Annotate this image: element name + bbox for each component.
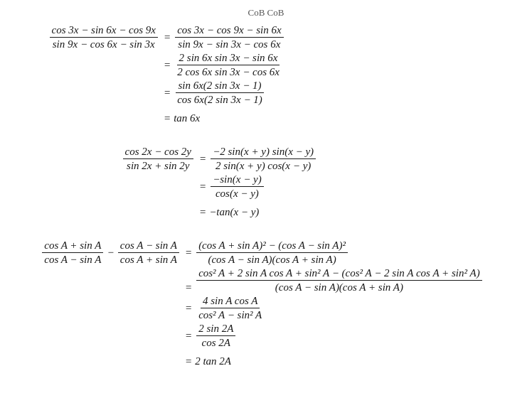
rhs-1-line-1: = cos 3x − cos 9x − sin 6x sin 9x − sin …: [164, 24, 285, 50]
rhs-3-line-1: = (cos A + sin A)² − (cos A − sin A)² (c…: [185, 239, 349, 266]
rhs-num-3-2: cos² A + 2 sin A cos A + sin² A − (cos² …: [196, 267, 482, 281]
lhs-minus-3: −: [107, 247, 113, 259]
rhs-num-1-2: 2 sin 6x sin 3x − sin 6x: [177, 52, 280, 65]
rhs-3: = (cos A + sin A)² − (cos A − sin A)² (c…: [185, 239, 484, 373]
eq-2-3: =: [199, 206, 206, 218]
lhs-num-1: cos 3x − sin 6x − cos 9x: [50, 24, 158, 38]
rhs-2-line-1: = −2 sin(x + y) sin(x − y) 2 sin(x + y) …: [199, 146, 317, 172]
lhs-frac-2: cos 2x − cos 2y sin 2x + sin 2y: [123, 146, 193, 172]
top-bar: CoB CoB: [14, 7, 518, 18]
page-container: CoB CoB cos 3x − sin 6x − cos 9x sin 9x …: [14, 7, 518, 373]
rhs-3-line-4: = 2 sin 2A cos 2A: [185, 323, 237, 349]
rhs-den-1-2: 2 cos 6x sin 3x − cos 6x: [175, 65, 282, 78]
top-bar-text: CoB CoB: [248, 7, 284, 18]
lhs-3: cos A + sin A cos A − sin A − cos A − si…: [14, 239, 185, 266]
lhs-frac-3-1: cos A + sin A cos A − sin A: [42, 239, 103, 266]
rhs-num-3-3: 4 sin A cos A: [201, 295, 260, 308]
eq-2-2: =: [199, 181, 206, 193]
rhs-plain-2-3: −tan(x − y): [209, 206, 259, 218]
eq-1-2: =: [164, 59, 171, 71]
rhs-2-line-2: = −sin(x − y) cos(x − y): [199, 173, 265, 200]
rhs-den-1-3: cos 6x(2 sin 3x − 1): [175, 93, 265, 106]
rhs-1-line-2: = 2 sin 6x sin 3x − sin 6x 2 cos 6x sin …: [164, 52, 283, 78]
rhs-den-2-1: 2 sin(x + y) cos(x − y): [213, 159, 313, 172]
lhs-frac-3-2: cos A − sin A cos A + sin A: [118, 239, 179, 266]
rhs-plain-3-5: 2 tan 2A: [195, 355, 231, 367]
math-block-3: cos A + sin A cos A − sin A − cos A − si…: [14, 239, 518, 373]
rhs-den-3-3: cos² A − sin² A: [196, 308, 264, 321]
rhs-den-1-1: sin 9x − sin 3x − cos 6x: [176, 38, 282, 50]
rhs-1: = cos 3x − cos 9x − sin 6x sin 9x − sin …: [164, 24, 285, 130]
rhs-1-line-3: = sin 6x(2 sin 3x − 1) cos 6x(2 sin 3x −…: [164, 80, 266, 106]
eq-3-1: =: [185, 247, 192, 259]
eq-3-3: =: [185, 302, 192, 314]
rhs-frac-1-1: cos 3x − cos 9x − sin 6x sin 9x − sin 3x…: [175, 24, 283, 50]
rhs-num-3-1: (cos A + sin A)² − (cos A − sin A)²: [196, 239, 348, 253]
rhs-3-line-5: = 2 tan 2A: [185, 350, 231, 372]
eq-1-4: =: [164, 112, 171, 124]
eq-3-4: =: [185, 330, 192, 342]
rhs-frac-2-1: −2 sin(x + y) sin(x − y) 2 sin(x + y) co…: [211, 146, 316, 172]
lhs-den-3-2: cos A + sin A: [118, 253, 179, 266]
rhs-2: = −2 sin(x + y) sin(x − y) 2 sin(x + y) …: [199, 146, 317, 224]
rhs-frac-3-4: 2 sin 2A cos 2A: [196, 323, 235, 349]
rhs-frac-2-2: −sin(x − y) cos(x − y): [211, 173, 264, 200]
rhs-frac-3-3: 4 sin A cos A cos² A − sin² A: [196, 295, 264, 321]
rhs-den-3-4: cos 2A: [200, 336, 233, 349]
lhs-2: cos 2x − cos 2y sin 2x + sin 2y: [85, 146, 199, 172]
eq-1-1: =: [164, 31, 171, 43]
rhs-3-line-3: = 4 sin A cos A cos² A − sin² A: [185, 295, 265, 321]
rhs-den-3-1: (cos A − sin A)(cos A + sin A): [206, 253, 338, 266]
eq-3-2: =: [185, 281, 192, 294]
lhs-den-3-1: cos A − sin A: [42, 253, 103, 266]
eq-2-1: =: [199, 153, 206, 165]
rhs-num-1-1: cos 3x − cos 9x − sin 6x: [175, 24, 283, 38]
lhs-den-2: sin 2x + sin 2y: [124, 159, 191, 172]
rhs-1-line-4: = tan 6x: [164, 107, 200, 129]
lhs-den-1: sin 9x − cos 6x − sin 3x: [50, 38, 157, 50]
rhs-plain-1-4: tan 6x: [174, 112, 200, 124]
rhs-frac-1-3: sin 6x(2 sin 3x − 1) cos 6x(2 sin 3x − 1…: [175, 80, 265, 106]
rhs-frac-3-1: (cos A + sin A)² − (cos A − sin A)² (cos…: [196, 239, 348, 266]
rhs-frac-3-2: cos² A + 2 sin A cos A + sin² A − (cos² …: [196, 267, 482, 294]
lhs-num-2: cos 2x − cos 2y: [123, 146, 193, 159]
math-block-1: cos 3x − sin 6x − cos 9x sin 9x − cos 6x…: [36, 24, 518, 130]
rhs-num-3-4: 2 sin 2A: [196, 323, 235, 336]
rhs-num-1-3: sin 6x(2 sin 3x − 1): [176, 80, 263, 93]
rhs-den-2-2: cos(x − y): [213, 187, 261, 200]
lhs-1: cos 3x − sin 6x − cos 9x sin 9x − cos 6x…: [36, 24, 164, 50]
rhs-frac-1-2: 2 sin 6x sin 3x − sin 6x 2 cos 6x sin 3x…: [175, 52, 282, 78]
eq-1-3: =: [164, 87, 171, 99]
rhs-num-2-1: −2 sin(x + y) sin(x − y): [211, 146, 316, 159]
rhs-den-3-2: (cos A − sin A)(cos A + sin A): [273, 281, 405, 294]
rhs-2-line-3: = −tan(x − y): [199, 201, 259, 222]
eq-3-5: =: [185, 355, 192, 367]
rhs-3-line-2: = cos² A + 2 sin A cos A + sin² A − (cos…: [185, 267, 484, 294]
math-block-2: cos 2x − cos 2y sin 2x + sin 2y = −2 sin…: [85, 146, 518, 224]
rhs-num-2-2: −sin(x − y): [211, 173, 264, 187]
lhs-frac-1: cos 3x − sin 6x − cos 9x sin 9x − cos 6x…: [50, 24, 158, 50]
lhs-num-3-1: cos A + sin A: [42, 239, 103, 253]
lhs-num-3-2: cos A − sin A: [118, 239, 179, 253]
